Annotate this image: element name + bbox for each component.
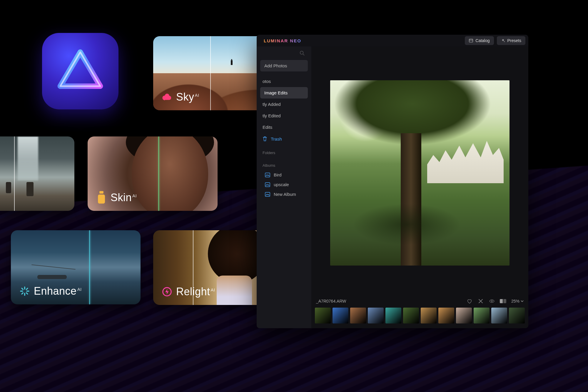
folders-header: Folders (257, 145, 311, 157)
promo-card-enhance[interactable]: EnhanceAI (11, 230, 141, 304)
catalog-button[interactable]: Catalog (465, 36, 494, 45)
svg-line-6 (22, 288, 23, 289)
heart-icon (467, 298, 472, 304)
card-illustration (26, 182, 34, 196)
card-title: Sky (176, 91, 194, 103)
app-window: LUMINAR NEO Catalog Presets Add Photos o… (257, 35, 528, 328)
search-icon (300, 51, 305, 56)
filename-label: _A7R0764.ARW (316, 299, 346, 303)
svg-line-8 (22, 293, 23, 294)
sidebar: Add Photos otos Image Edits tly Added tl… (257, 46, 311, 328)
sparkle-icon (20, 286, 30, 296)
main-photo (330, 80, 510, 266)
card-illustration (230, 59, 234, 68)
svg-rect-1 (98, 195, 105, 204)
album-icon (265, 182, 270, 187)
thumbnail[interactable] (368, 308, 384, 323)
app-brand: LUMINAR NEO (264, 38, 301, 43)
card-title: Enhance (34, 285, 77, 297)
sidebar-item-edits[interactable]: Edits (257, 121, 311, 133)
card-title: Relight (176, 286, 210, 298)
card-badge: AI (211, 287, 215, 292)
flash-circle-icon (162, 287, 172, 297)
album-new[interactable]: New Album (257, 189, 311, 199)
svg-rect-18 (265, 192, 270, 196)
album-bird[interactable]: Bird (257, 170, 311, 180)
svg-line-9 (26, 288, 28, 289)
album-upscale[interactable]: upscale (257, 180, 311, 189)
album-icon (265, 192, 270, 197)
thumbnail[interactable] (456, 308, 472, 323)
card-label: RelightAI (162, 286, 215, 298)
grid-icon (469, 39, 473, 43)
viewer-info-bar: _A7R0764.ARW 25% (311, 296, 528, 306)
promo-card-waterfall[interactable] (0, 136, 74, 211)
sidebar-item-recently-added[interactable]: tly Added (257, 99, 311, 110)
svg-point-19 (491, 301, 492, 302)
catalog-label: Catalog (475, 38, 490, 43)
card-label: SkyAI (162, 91, 199, 103)
compare-icon (500, 299, 506, 303)
eye-icon (489, 298, 495, 304)
albums-header: Albums (257, 157, 311, 170)
thumbnail[interactable] (385, 308, 401, 323)
image-viewer[interactable] (311, 46, 528, 296)
comparison-divider (210, 36, 211, 110)
card-label: EnhanceAI (20, 285, 82, 297)
svg-line-15 (303, 54, 305, 56)
search-button[interactable] (257, 46, 311, 60)
zoom-value: 25% (511, 299, 519, 303)
thumbnail[interactable] (438, 308, 454, 323)
thumbnail[interactable] (315, 308, 331, 323)
card-illustration (26, 269, 84, 281)
card-badge: AI (77, 287, 82, 292)
sidebar-item-image-edits[interactable]: Image Edits (260, 87, 308, 99)
svg-point-14 (300, 51, 303, 54)
card-illustration (153, 63, 265, 110)
zoom-control[interactable]: 25% (511, 299, 524, 303)
sparkles-icon (501, 39, 505, 43)
preview-button[interactable] (489, 298, 495, 304)
sidebar-item-recently-edited[interactable]: tly Edited (257, 110, 311, 121)
sidebar-item-trash[interactable]: Trash (257, 133, 311, 145)
thumbnail[interactable] (403, 308, 419, 323)
card-badge: AI (132, 193, 137, 198)
thumbnail[interactable] (474, 308, 490, 323)
sidebar-item-photos[interactable]: otos (257, 76, 311, 87)
compare-toggle[interactable] (500, 298, 506, 304)
promo-card-skin[interactable]: SkinAI (88, 136, 218, 211)
thumbnail[interactable] (491, 308, 507, 323)
svg-line-7 (26, 293, 28, 294)
presets-label: Presets (507, 38, 521, 43)
card-title: Skin (111, 191, 132, 203)
add-photos-button[interactable]: Add Photos (260, 60, 308, 71)
thumbnail[interactable] (421, 308, 437, 323)
thumbnail[interactable] (509, 308, 525, 323)
bottle-icon (96, 193, 106, 203)
card-illustration (6, 182, 11, 193)
main-pane: _A7R0764.ARW 25% (311, 46, 528, 328)
card-badge: AI (195, 93, 199, 98)
svg-rect-0 (99, 191, 103, 194)
card-illustration (217, 276, 252, 305)
card-illustration (18, 136, 38, 181)
chevron-down-icon (521, 300, 524, 302)
close-icon (478, 298, 483, 304)
card-illustration (132, 136, 208, 211)
filmstrip[interactable] (311, 306, 528, 328)
svg-rect-11 (469, 39, 473, 42)
thumbnail[interactable] (333, 308, 348, 323)
reject-button[interactable] (478, 298, 484, 304)
thumbnail[interactable] (350, 308, 366, 323)
comparison-divider (14, 136, 15, 211)
title-bar: LUMINAR NEO Catalog Presets (257, 35, 528, 46)
favorite-button[interactable] (467, 298, 472, 304)
promo-card-relight[interactable]: RelightAI (153, 230, 273, 305)
presets-button[interactable]: Presets (497, 36, 525, 45)
svg-rect-17 (265, 183, 270, 187)
comparison-divider (158, 136, 159, 211)
triangle-logo-icon (55, 46, 105, 96)
app-icon (42, 33, 118, 109)
cloud-icon (162, 92, 172, 102)
album-icon (265, 173, 270, 177)
